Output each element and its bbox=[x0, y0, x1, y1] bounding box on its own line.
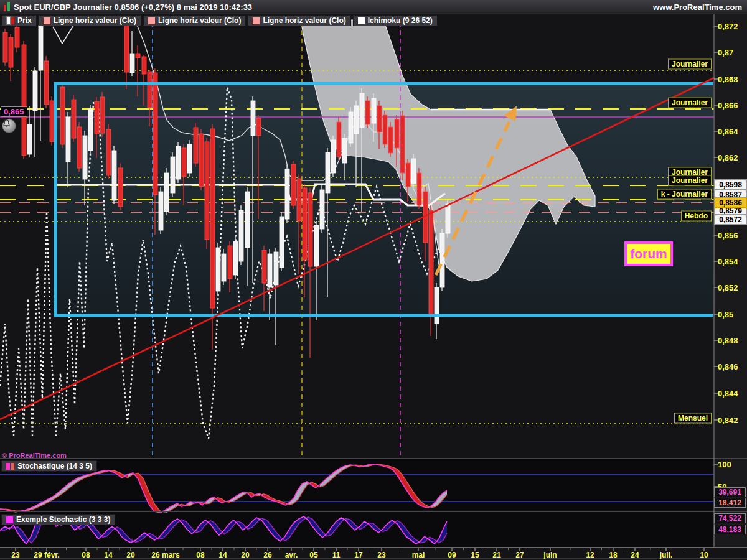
indicator-legend: Prix Ligne horiz valeur (Clo) Ligne hori… bbox=[1, 15, 438, 26]
price-axis-label: 100 bbox=[718, 460, 731, 469]
level-name-label[interactable]: Journalier bbox=[668, 98, 712, 108]
price-level-tag: 0,8572 bbox=[714, 214, 747, 225]
legend-label: Ligne horiz valeur (Clo) bbox=[263, 16, 345, 25]
legend-label: Ligne horiz valeur (Clo) bbox=[54, 16, 136, 25]
date-axis-label: 23 bbox=[377, 551, 385, 559]
price-level-tag: 74,522 bbox=[714, 513, 746, 523]
prorealtime-window: Spot EUR/GBP Journalier 0,8586 (+0,27%) … bbox=[0, 0, 747, 560]
price-level-tag: 39,691 bbox=[714, 487, 746, 497]
pink-swatch-icon bbox=[148, 17, 155, 24]
legend-chip-ligne-1[interactable]: Ligne horiz valeur (Clo) bbox=[39, 15, 141, 26]
date-axis-label: 08 bbox=[82, 551, 90, 559]
date-axis-label: avr. bbox=[285, 551, 298, 559]
price-level-tag: 18,412 bbox=[714, 498, 746, 508]
price-axis-label: 0,852 bbox=[718, 283, 738, 292]
legend-label: Ligne horiz valeur (Clo) bbox=[158, 16, 241, 25]
date-axis-label: 20 bbox=[126, 551, 134, 559]
date-axis-label: mai bbox=[412, 551, 425, 559]
date-axis-label: 12 bbox=[586, 551, 594, 559]
price-axis-label: 0,85 bbox=[718, 310, 733, 319]
price-axis-label: 0,866 bbox=[718, 101, 738, 110]
date-axis-label: 05 bbox=[309, 551, 317, 559]
date-axis-label: 09 bbox=[448, 551, 456, 559]
level-name-label[interactable]: Journalier bbox=[668, 59, 712, 70]
date-axis-label: 20 bbox=[241, 551, 249, 559]
date-axis-label: 29 févr. bbox=[34, 551, 59, 559]
legend-chip-ligne-2[interactable]: Ligne horiz valeur (Clo) bbox=[143, 15, 246, 26]
price-axis-label: 0,868 bbox=[718, 75, 738, 84]
date-axis-label: 18 bbox=[609, 551, 617, 559]
legend-label: Exemple Stochastic (3 3 3) bbox=[16, 515, 110, 524]
red-swatch-icon bbox=[11, 463, 14, 470]
last-price-tag: 0,8586 bbox=[714, 197, 747, 208]
date-axis-label: 27 bbox=[515, 551, 524, 559]
forum-note-box[interactable]: forum bbox=[624, 241, 673, 266]
magenta-swatch-icon bbox=[6, 463, 10, 470]
alarm-bell-icon[interactable] bbox=[2, 119, 16, 133]
price-axis-label: 0,856 bbox=[718, 231, 738, 240]
legend-label: Ichimoku (9 26 52) bbox=[368, 16, 433, 25]
exemple-stochastic-legend-chip[interactable]: Exemple Stochastic (3 3 3) bbox=[1, 514, 115, 525]
price-alert-label[interactable]: 0,865 bbox=[1, 106, 27, 117]
level-name-label[interactable]: k - Journalier bbox=[657, 189, 712, 200]
date-axis-label: 08 bbox=[196, 551, 204, 559]
instrument-title: Spot EUR/GBP Journalier 0,8586 (+0,27%) … bbox=[14, 2, 252, 12]
legend-chip-ichimoku[interactable]: Ichimoku (9 26 52) bbox=[353, 15, 438, 26]
date-axis-label: 26 bbox=[263, 551, 271, 559]
date-axis-label: 14 bbox=[104, 551, 112, 559]
title-bar: Spot EUR/GBP Journalier 0,8586 (+0,27%) … bbox=[0, 0, 747, 14]
date-axis-label: 11 bbox=[332, 551, 341, 559]
price-candles-icon bbox=[6, 16, 14, 25]
date-axis-label: juil. bbox=[660, 551, 673, 559]
price-chart-canvas[interactable] bbox=[0, 0, 747, 560]
level-name-label[interactable]: Hebdo bbox=[681, 211, 712, 222]
price-axis-label: 0,848 bbox=[718, 336, 738, 345]
date-axis-label: 15 bbox=[471, 551, 479, 559]
price-axis-label: 0,872 bbox=[718, 22, 738, 31]
date-axis-label: 10 bbox=[700, 551, 708, 559]
price-axis-label: 0,842 bbox=[718, 416, 738, 425]
date-axis-label: 23 bbox=[11, 551, 19, 559]
legend-label: Prix bbox=[17, 16, 32, 25]
price-axis-label: 0,844 bbox=[718, 389, 738, 398]
white-swatch-icon bbox=[358, 17, 365, 24]
stochastique-legend-chip[interactable]: Stochastique (14 3 5) bbox=[1, 460, 97, 472]
app-candle-icon bbox=[4, 2, 10, 11]
copyright-text: © ProRealTime.com bbox=[2, 452, 67, 459]
date-axis-label: 17 bbox=[354, 551, 362, 559]
magenta-swatch-icon bbox=[6, 516, 13, 523]
date-axis-label: 24 bbox=[631, 551, 639, 559]
level-name-label[interactable]: Mensuel bbox=[674, 413, 712, 424]
price-axis-label: 0,854 bbox=[718, 257, 738, 266]
pink-swatch-icon bbox=[44, 17, 50, 24]
pink-swatch-icon bbox=[253, 17, 260, 24]
date-axis-label: 26 mars bbox=[151, 551, 179, 559]
price-axis-label: 0,846 bbox=[718, 362, 738, 371]
date-axis-label: 21 bbox=[492, 551, 500, 559]
price-axis-label: 0,862 bbox=[718, 153, 738, 162]
price-axis-label: 0,864 bbox=[718, 127, 738, 136]
date-axis-label: 14 bbox=[218, 551, 227, 559]
prorealtime-url[interactable]: www.ProRealTime.com bbox=[653, 2, 742, 12]
legend-chip-prix[interactable]: Prix bbox=[1, 15, 37, 26]
legend-chip-ligne-3[interactable]: Ligne horiz valeur (Clo) bbox=[248, 15, 350, 26]
legend-label: Stochastique (14 3 5) bbox=[17, 462, 92, 470]
level-name-label[interactable]: Journalier bbox=[668, 175, 712, 186]
price-axis-label: 0,87 bbox=[718, 48, 733, 57]
price-level-tag: 48,183 bbox=[714, 525, 746, 534]
date-axis-label: juin bbox=[543, 551, 557, 559]
